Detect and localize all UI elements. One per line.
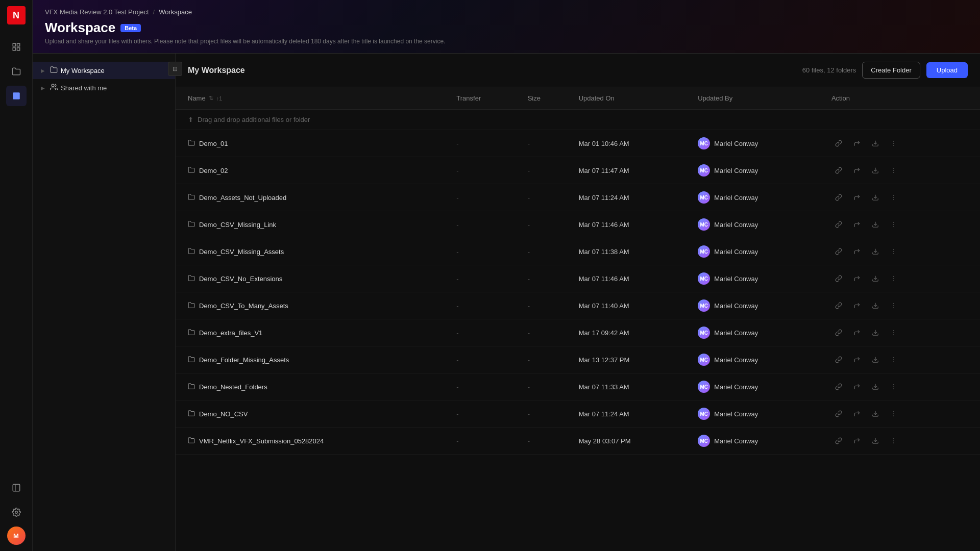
avatar: MC — [698, 408, 710, 420]
main-area: VFX Media Review 2.0 Test Project / Work… — [33, 0, 980, 551]
download-action-btn[interactable] — [868, 244, 883, 259]
nav-dashboard-icon[interactable] — [6, 37, 27, 57]
folder-icon — [188, 302, 195, 310]
svg-point-30 — [893, 276, 894, 277]
more-action-btn[interactable] — [887, 407, 901, 421]
download-action-btn[interactable] — [868, 380, 883, 394]
folder-name[interactable]: Demo_CSV_Missing_Assets — [199, 248, 284, 256]
more-action-btn[interactable] — [887, 298, 901, 313]
folder-name[interactable]: Demo_Folder_Missing_Assets — [199, 356, 289, 364]
folder-name[interactable]: VMR_Netflix_VFX_Submission_05282024 — [199, 437, 324, 445]
download-action-btn[interactable] — [868, 217, 883, 232]
share-action-btn[interactable] — [850, 271, 864, 286]
link-action-btn[interactable] — [831, 244, 846, 259]
download-action-btn[interactable] — [868, 190, 883, 205]
folder-name[interactable]: Demo_CSV_Missing_Link — [199, 221, 276, 229]
download-action-btn[interactable] — [868, 298, 883, 313]
link-action-btn[interactable] — [831, 217, 846, 232]
share-action-btn[interactable] — [850, 190, 864, 205]
more-action-btn[interactable] — [887, 325, 901, 340]
more-action-btn[interactable] — [887, 353, 901, 367]
folder-name[interactable]: Demo_Assets_Not_Uploaded — [199, 194, 286, 202]
updated-on-cell: May 28 03:07 PM — [571, 428, 690, 455]
create-folder-button[interactable]: Create Folder — [862, 62, 920, 79]
folder-name[interactable]: Demo_NO_CSV — [199, 410, 248, 418]
link-action-btn[interactable] — [831, 271, 846, 286]
nav-folder-icon[interactable] — [6, 61, 27, 82]
folder-name[interactable]: Demo_01 — [199, 140, 228, 147]
download-action-btn[interactable] — [868, 353, 883, 367]
folder-name[interactable]: Demo_Nested_Folders — [199, 383, 267, 391]
more-action-btn[interactable] — [887, 380, 901, 394]
share-action-btn[interactable] — [850, 244, 864, 259]
sidebar-item-shared[interactable]: ▶ Shared with me — [33, 79, 175, 96]
more-action-btn[interactable] — [887, 434, 901, 448]
svg-rect-2 — [13, 48, 15, 51]
nav-panel-icon[interactable] — [6, 478, 27, 498]
more-action-btn[interactable] — [887, 136, 901, 151]
share-action-btn[interactable] — [850, 136, 864, 151]
download-action-btn[interactable] — [868, 434, 883, 448]
more-action-btn[interactable] — [887, 190, 901, 205]
link-action-btn[interactable] — [831, 298, 846, 313]
more-action-btn[interactable] — [887, 217, 901, 232]
avatar: MC — [698, 299, 710, 312]
upload-button[interactable]: Upload — [926, 62, 968, 78]
link-action-btn[interactable] — [831, 136, 846, 151]
drag-drop-row: ⬆Drag and drop additional files or folde… — [176, 110, 980, 130]
share-action-btn[interactable] — [850, 325, 864, 340]
link-action-btn[interactable] — [831, 163, 846, 178]
user-avatar[interactable]: M — [7, 527, 26, 545]
svg-point-38 — [893, 330, 894, 331]
download-action-btn[interactable] — [868, 407, 883, 421]
link-action-btn[interactable] — [831, 325, 846, 340]
transfer-cell: - — [448, 428, 519, 455]
link-action-btn[interactable] — [831, 434, 846, 448]
app-logo[interactable]: N — [7, 6, 26, 24]
table-row: Demo_extra_files_V1 - - Mar 17 09:42 AM … — [176, 319, 980, 346]
transfer-cell: - — [448, 346, 519, 373]
breadcrumb-project[interactable]: VFX Media Review 2.0 Test Project — [45, 8, 149, 16]
svg-rect-5 — [13, 484, 20, 491]
sidebar-item-my-workspace[interactable]: ▶ My Workspace — [33, 62, 175, 79]
download-action-btn[interactable] — [868, 271, 883, 286]
share-action-btn[interactable] — [850, 434, 864, 448]
folder-name[interactable]: Demo_02 — [199, 167, 228, 174]
avatar: MC — [698, 218, 710, 231]
folder-name[interactable]: Demo_extra_files_V1 — [199, 329, 262, 337]
transfer-cell: - — [448, 130, 519, 157]
more-action-btn[interactable] — [887, 244, 901, 259]
download-action-btn[interactable] — [868, 136, 883, 151]
link-action-btn[interactable] — [831, 380, 846, 394]
page-title-row: Workspace Beta — [45, 20, 968, 36]
share-action-btn[interactable] — [850, 298, 864, 313]
settings-icon[interactable] — [6, 502, 27, 522]
more-action-btn[interactable] — [887, 271, 901, 286]
link-action-btn[interactable] — [831, 353, 846, 367]
sort-icon[interactable]: ⇅ — [209, 95, 213, 102]
table-row: Demo_CSV_To_Many_Assets - - Mar 07 11:40… — [176, 292, 980, 319]
download-action-btn[interactable] — [868, 325, 883, 340]
nav-workspace-icon[interactable] — [6, 86, 27, 106]
folder-name[interactable]: Demo_CSV_To_Many_Assets — [199, 302, 288, 310]
folder-icon — [188, 383, 195, 391]
svg-point-50 — [893, 411, 894, 412]
top-header: VFX Media Review 2.0 Test Project / Work… — [33, 0, 980, 54]
size-cell: - — [520, 265, 571, 292]
folder-name-cell: Demo_Nested_Folders — [176, 373, 448, 400]
download-action-btn[interactable] — [868, 163, 883, 178]
link-action-btn[interactable] — [831, 407, 846, 421]
share-action-btn[interactable] — [850, 353, 864, 367]
share-action-btn[interactable] — [850, 380, 864, 394]
svg-point-11 — [893, 143, 894, 144]
share-action-btn[interactable] — [850, 163, 864, 178]
tree-toggle-btn[interactable]: ⊟ — [168, 62, 182, 76]
more-action-btn[interactable] — [887, 163, 901, 178]
transfer-cell: - — [448, 400, 519, 428]
share-action-btn[interactable] — [850, 407, 864, 421]
link-action-btn[interactable] — [831, 190, 846, 205]
share-action-btn[interactable] — [850, 217, 864, 232]
table-container[interactable]: Name ⇅ ↑1 Transfer Size Updated On Updat… — [176, 87, 980, 551]
folder-name[interactable]: Demo_CSV_No_Extensions — [199, 275, 282, 283]
svg-point-34 — [893, 303, 894, 304]
